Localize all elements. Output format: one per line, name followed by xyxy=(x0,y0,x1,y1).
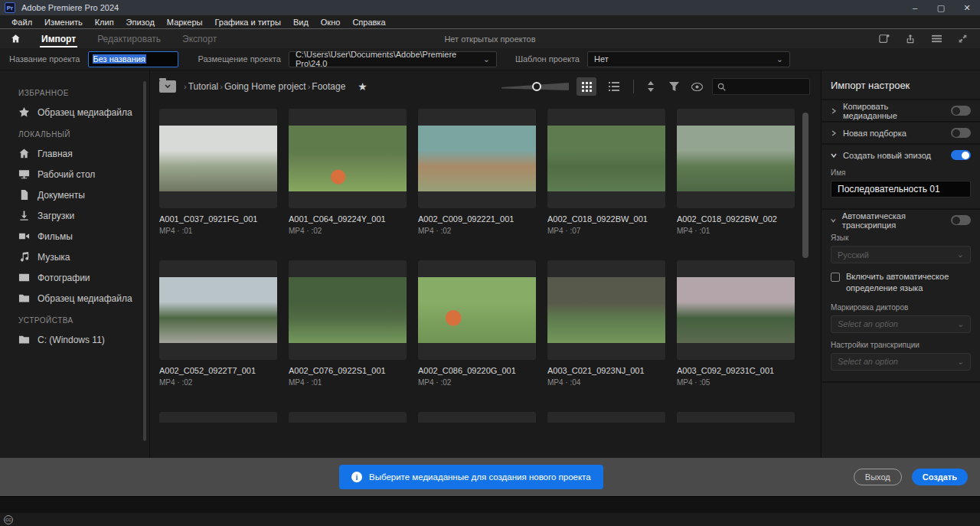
hamburger-menu-icon[interactable] xyxy=(931,34,942,44)
breadcrumb-item[interactable]: Going Home project xyxy=(224,81,306,92)
clip-thumbnail-card[interactable] xyxy=(418,260,536,360)
menu-изменить[interactable]: Изменить xyxy=(39,18,88,27)
breadcrumb-item[interactable]: Footage xyxy=(312,81,345,92)
sidebar-item[interactable]: C: (Windows 11) xyxy=(0,329,149,350)
media-tile[interactable]: A001_C064_09224Y_001 MP4 · :02 xyxy=(289,109,407,235)
media-tile[interactable]: A002_C018_0922BW_001 MP4 · :07 xyxy=(547,109,665,235)
media-tile[interactable]: A002_C018_0922BW_002 MP4 · :01 xyxy=(677,109,795,235)
media-tile[interactable]: A001_C037_0921FG_001 MP4 · :01 xyxy=(159,109,277,235)
search-input[interactable] xyxy=(712,78,810,95)
sidebar-scrollbar[interactable] xyxy=(143,81,146,441)
media-tile-partial[interactable] xyxy=(677,412,795,423)
share-icon[interactable] xyxy=(905,34,916,44)
chevron-right-icon[interactable] xyxy=(831,108,837,114)
transcription-label[interactable]: Автоматическая транскрипция xyxy=(842,211,945,230)
clip-thumbnail-card[interactable] xyxy=(159,260,277,360)
media-tile[interactable]: A002_C086_09220G_001 MP4 · :02 xyxy=(418,260,536,387)
grid-scrollbar[interactable] xyxy=(802,113,808,258)
tab-редактировать[interactable]: Редактировать xyxy=(87,29,172,48)
menu-вид[interactable]: Вид xyxy=(288,18,314,27)
clip-thumbnail-card[interactable] xyxy=(289,260,407,360)
chevron-down-icon[interactable] xyxy=(831,217,836,224)
menu-файл[interactable]: Файл xyxy=(6,18,38,27)
media-tile-partial[interactable] xyxy=(547,412,665,423)
new-bin-label[interactable]: Новая подборка xyxy=(843,129,945,138)
language-select[interactable]: Русский ⌄ xyxy=(831,246,971,263)
grid-view-button[interactable] xyxy=(577,77,596,96)
workspace-icon[interactable] xyxy=(879,34,890,44)
create-button[interactable]: Создать xyxy=(912,469,968,485)
media-tile-partial[interactable] xyxy=(418,412,536,423)
clip-thumbnail-card[interactable] xyxy=(547,260,665,360)
sort-button[interactable] xyxy=(643,79,658,94)
new-sequence-section: Создать новый эпизод Имя Последовательно… xyxy=(822,145,980,210)
sidebar-item-label: Фотографии xyxy=(38,273,90,283)
transcription-toggle[interactable] xyxy=(951,215,971,225)
clip-thumbnail-card[interactable] xyxy=(159,109,277,208)
close-button[interactable]: ✕ xyxy=(954,0,980,15)
media-tile-partial[interactable] xyxy=(289,412,407,423)
filter-button[interactable] xyxy=(666,79,681,94)
autodetect-language-checkbox[interactable] xyxy=(831,273,840,282)
menu-графика-и-титры[interactable]: Графика и титры xyxy=(209,18,286,27)
sequence-name-input[interactable]: Последовательность 01 xyxy=(831,181,971,198)
sidebar-item[interactable]: Фотографии xyxy=(0,267,149,288)
clip-thumbnail xyxy=(677,277,795,343)
folder-dropdown-icon[interactable] xyxy=(159,80,176,93)
sidebar-item[interactable]: Фильмы xyxy=(0,226,149,247)
new-sequence-label[interactable]: Создать новый эпизод xyxy=(843,151,945,160)
transcription-settings-select[interactable]: Select an option ⌄ xyxy=(831,353,971,371)
media-tile[interactable]: A003_C092_09231C_001 MP4 · :05 xyxy=(677,260,795,387)
media-tile[interactable]: A002_C009_092221_001 MP4 · :02 xyxy=(418,109,536,235)
sidebar-item[interactable]: Главная xyxy=(0,143,149,164)
media-tile[interactable]: A002_C052_0922T7_001 MP4 · :02 xyxy=(159,260,277,387)
copy-media-label[interactable]: Копировать медиаданные xyxy=(843,102,945,120)
breadcrumb-separator: › xyxy=(182,82,188,91)
clip-thumbnail xyxy=(289,277,407,343)
chevron-down-icon[interactable] xyxy=(831,152,837,158)
speaker-labeling-select[interactable]: Select an option ⌄ xyxy=(831,315,971,333)
clip-thumbnail-card[interactable] xyxy=(677,109,795,208)
copy-media-toggle[interactable] xyxy=(951,106,971,116)
maximize-button[interactable]: ▢ xyxy=(928,0,954,15)
new-bin-toggle[interactable] xyxy=(951,128,971,138)
project-name-input[interactable]: Без названия xyxy=(88,51,178,67)
breadcrumb-item[interactable]: Tutorial xyxy=(188,81,219,92)
menu-справка[interactable]: Справка xyxy=(347,18,390,27)
sidebar-item[interactable]: Образец медиафайла xyxy=(0,288,149,309)
preview-visibility-button[interactable] xyxy=(689,79,704,94)
sidebar-item[interactable]: Документы xyxy=(0,185,149,205)
clip-thumbnail-card[interactable] xyxy=(418,109,536,208)
home-button[interactable] xyxy=(0,29,31,48)
media-tile[interactable]: A003_C021_0923NJ_001 MP4 · :04 xyxy=(547,260,665,387)
new-sequence-toggle[interactable] xyxy=(951,150,971,160)
zoom-slider-knob[interactable] xyxy=(532,82,541,91)
clip-thumbnail xyxy=(547,126,665,191)
chevron-right-icon[interactable] xyxy=(831,130,837,136)
photo-icon xyxy=(18,272,30,283)
project-location-dropdown[interactable]: C:\Users\User\Documents\Adobe\Premiere P… xyxy=(289,51,497,67)
media-tile[interactable]: A002_C076_0922S1_001 MP4 · :01 xyxy=(289,260,407,387)
clip-thumbnail-card[interactable] xyxy=(547,109,665,208)
tab-импорт[interactable]: Импорт xyxy=(31,29,87,48)
sidebar-item[interactable]: Рабочий стол xyxy=(0,164,149,185)
sidebar-item[interactable]: Загрузки xyxy=(0,205,149,226)
project-template-dropdown[interactable]: Нет ⌄ xyxy=(587,51,790,67)
menu-эпизод[interactable]: Эпизод xyxy=(121,18,160,27)
creative-cloud-icon[interactable]: cc xyxy=(4,515,13,524)
sidebar-item[interactable]: Образец медиафайла xyxy=(0,102,149,123)
clip-thumbnail-card[interactable] xyxy=(677,260,795,360)
list-view-button[interactable] xyxy=(604,77,624,96)
clip-thumbnail-card[interactable] xyxy=(289,109,407,208)
sidebar-item[interactable]: Музыка xyxy=(0,247,149,267)
favorite-star-icon[interactable]: ★ xyxy=(358,80,368,93)
menu-клип[interactable]: Клип xyxy=(90,18,119,27)
media-tile-partial[interactable] xyxy=(159,412,277,423)
menu-маркеры[interactable]: Маркеры xyxy=(162,18,208,27)
fullscreen-icon[interactable] xyxy=(958,34,968,44)
exit-button[interactable]: Выход xyxy=(854,469,902,485)
thumbnail-zoom-slider[interactable] xyxy=(501,80,569,93)
tab-экспорт[interactable]: Экспорт xyxy=(172,29,227,48)
menu-окно[interactable]: Окно xyxy=(315,18,346,27)
minimize-button[interactable]: – xyxy=(902,0,928,15)
